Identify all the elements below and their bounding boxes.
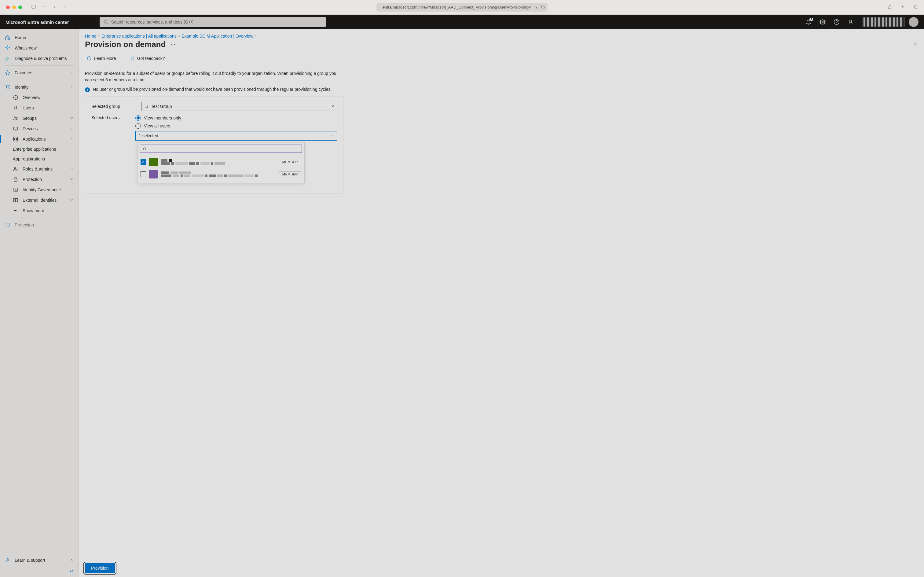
svg-point-17: [14, 117, 16, 118]
sidebar-item-enterprise-apps[interactable]: Enterprise applications: [0, 144, 79, 154]
window-min-light[interactable]: [12, 5, 16, 9]
checkbox-checked-icon[interactable]: ✓: [140, 159, 146, 165]
sidebar-item-identity-governance[interactable]: Identity Governance: [0, 185, 79, 195]
nav-forward-icon[interactable]: [62, 4, 67, 10]
member-tag: MEMBER: [279, 171, 301, 177]
sidebar-label: Roles & admins: [23, 166, 53, 171]
provision-button[interactable]: Provision: [85, 563, 115, 573]
radio-members-label: View members only: [144, 116, 181, 121]
user-icon: [13, 105, 18, 111]
user-row-2[interactable]: MEMBER: [140, 168, 302, 180]
breadcrumb-apps[interactable]: Enterprise applications | All applicatio…: [101, 34, 177, 39]
chevron-down-icon: [69, 177, 74, 182]
learn-more-label: Learn More: [94, 56, 116, 61]
chevron-down-icon: [69, 105, 74, 111]
sidebar-item-whats-new[interactable]: What's new: [0, 43, 79, 53]
sidebar-item-overview[interactable]: Overview: [0, 92, 79, 103]
svg-rect-0: [32, 5, 35, 8]
feedback-icon[interactable]: [848, 19, 854, 25]
global-search[interactable]: Search resources, services, and docs (G+…: [100, 17, 326, 27]
sidebar-item-applications[interactable]: Applications: [0, 134, 79, 144]
sidebar-item-protection-2[interactable]: Protection: [0, 220, 79, 230]
user-avatar-icon: [149, 158, 158, 166]
sidebar-item-protection[interactable]: Protection: [0, 174, 79, 185]
sidebar-item-diagnose[interactable]: Diagnose & solve problems: [0, 53, 79, 64]
svg-line-7: [107, 23, 108, 24]
learn-icon: [5, 558, 10, 563]
info-text: No user or group will be provisioned on-…: [93, 87, 332, 92]
user-avatar-icon: [149, 170, 158, 179]
chevron-down-icon[interactable]: [42, 4, 47, 10]
svg-point-38: [132, 57, 133, 58]
traffic-lights: [6, 5, 22, 9]
reload-icon[interactable]: [541, 5, 545, 10]
svg-rect-22: [16, 137, 18, 139]
sidebar-item-app-registrations[interactable]: App registrations: [0, 154, 79, 164]
radio-view-all[interactable]: View all users: [135, 123, 337, 129]
sidebar-label: Devices: [23, 126, 38, 131]
sidebar-item-groups[interactable]: Groups: [0, 113, 79, 124]
sidebar-item-devices[interactable]: Devices: [0, 124, 79, 134]
selected-group-label: Selected group: [91, 104, 142, 109]
help-icon[interactable]: [834, 19, 840, 25]
sidebar-label: Show more: [23, 208, 44, 213]
selected-count: 1 selected: [139, 133, 158, 138]
user-avatar[interactable]: [909, 17, 919, 27]
dropdown-search-input[interactable]: [140, 145, 302, 153]
window-max-light[interactable]: [18, 5, 22, 9]
user-row-1[interactable]: ✓ MEMBER: [140, 156, 302, 168]
sidebar-label: Protection: [23, 177, 42, 182]
got-feedback-button[interactable]: Got feedback?: [128, 55, 167, 62]
new-tab-icon[interactable]: [900, 4, 905, 10]
address-bar[interactable]: entra.microsoft.com/#view/Microsoft_AAD_…: [377, 3, 547, 11]
clear-input-icon[interactable]: ✕: [331, 104, 334, 108]
svg-rect-23: [13, 140, 15, 141]
info-icon: [13, 95, 18, 100]
breadcrumb: Home › Enterprise applications | All app…: [79, 29, 924, 40]
close-blade-icon[interactable]: [913, 42, 918, 48]
sidebar-item-home[interactable]: Home: [0, 32, 79, 43]
notifications-icon[interactable]: 1: [805, 19, 811, 25]
chevron-up-icon: [69, 558, 74, 563]
breadcrumb-home[interactable]: Home: [85, 34, 96, 39]
sidebar-toggle-icon[interactable]: [31, 4, 36, 10]
sidebar-item-learn-support[interactable]: Learn & support: [0, 555, 79, 566]
selected-group-input[interactable]: Test Group ✕: [142, 102, 337, 111]
nav-back-icon[interactable]: [52, 4, 57, 10]
breadcrumb-example[interactable]: Example SCIM Application | Overview: [182, 34, 253, 39]
translate-icon[interactable]: [533, 5, 538, 10]
svg-point-41: [143, 148, 146, 150]
user-text-redacted: [161, 159, 225, 165]
radio-checked-icon: [135, 115, 141, 121]
sidebar-label: Users: [23, 105, 34, 110]
selected-users-dropdown[interactable]: 1 selected: [135, 131, 337, 140]
sidebar-item-users[interactable]: Users: [0, 103, 79, 113]
sidebar-item-favorites[interactable]: Favorites: [0, 68, 79, 78]
collapse-sidebar-button[interactable]: [0, 566, 79, 577]
sidebar-item-roles-admins[interactable]: Roles & admins: [0, 164, 79, 174]
star-icon: [5, 70, 10, 76]
radio-view-members[interactable]: View members only: [135, 115, 337, 121]
radio-all-label: View all users: [144, 124, 170, 128]
svg-line-42: [145, 150, 146, 150]
address-url: entra.microsoft.com/#view/Microsoft_AAD_…: [383, 5, 531, 10]
chevron-down-icon: [69, 126, 74, 131]
checkbox-unchecked-icon[interactable]: [140, 171, 146, 177]
learn-more-button[interactable]: Learn More: [85, 55, 118, 62]
more-actions-icon[interactable]: ···: [171, 41, 175, 48]
svg-point-32: [7, 558, 8, 560]
tabs-icon[interactable]: [913, 4, 918, 10]
sidebar-item-external-identities[interactable]: External Identities: [0, 195, 79, 205]
sidebar-label: App registrations: [13, 156, 45, 161]
provision-label: Provision: [91, 566, 109, 571]
search-icon: [143, 147, 146, 151]
sidebar: Home What's new Diagnose & solve problem…: [0, 29, 79, 577]
sidebar-item-identity[interactable]: Identity: [0, 82, 79, 92]
sidebar-label: Applications: [23, 137, 46, 142]
settings-icon[interactable]: [819, 19, 826, 25]
window-close-light[interactable]: [6, 5, 10, 9]
sidebar-item-show-more[interactable]: ··· Show more: [0, 205, 79, 216]
radio-unchecked-icon: [135, 123, 141, 129]
share-icon[interactable]: [887, 4, 892, 10]
sidebar-label: Learn & support: [14, 558, 45, 562]
